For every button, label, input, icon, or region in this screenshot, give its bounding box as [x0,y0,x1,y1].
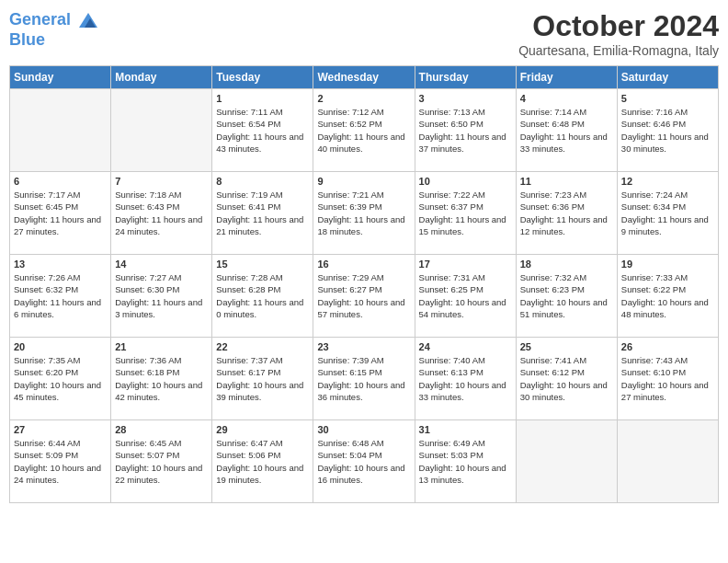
title-area: October 2024 Quartesana, Emilia-Romagna,… [518,9,719,58]
calendar-week-3: 13Sunrise: 7:26 AM Sunset: 6:32 PM Dayli… [10,255,719,338]
calendar-cell: 14Sunrise: 7:27 AM Sunset: 6:30 PM Dayli… [111,255,212,338]
calendar-header-tuesday: Tuesday [212,66,313,89]
day-info: Sunrise: 7:23 AM Sunset: 6:36 PM Dayligh… [520,189,613,237]
day-info: Sunrise: 7:33 AM Sunset: 6:22 PM Dayligh… [621,271,714,320]
calendar-cell: 17Sunrise: 7:31 AM Sunset: 6:25 PM Dayli… [415,255,516,338]
day-info: Sunrise: 7:31 AM Sunset: 6:25 PM Dayligh… [419,271,512,320]
day-number: 1 [216,93,309,104]
day-info: Sunrise: 7:36 AM Sunset: 6:18 PM Dayligh… [115,354,208,403]
calendar-cell: 15Sunrise: 7:28 AM Sunset: 6:28 PM Dayli… [212,255,313,338]
calendar-cell: 4Sunrise: 7:14 AM Sunset: 6:48 PM Daylig… [516,89,617,172]
calendar-cell [111,89,212,172]
calendar-cell: 3Sunrise: 7:13 AM Sunset: 6:50 PM Daylig… [415,89,516,172]
day-number: 6 [14,176,107,187]
day-info: Sunrise: 7:13 AM Sunset: 6:50 PM Dayligh… [419,106,512,155]
calendar-week-1: 1Sunrise: 7:11 AM Sunset: 6:54 PM Daylig… [10,89,719,172]
calendar-cell: 20Sunrise: 7:35 AM Sunset: 6:20 PM Dayli… [10,338,111,420]
calendar-table: SundayMondayTuesdayWednesdayThursdayFrid… [9,65,719,503]
day-number: 9 [317,176,410,187]
calendar-header-friday: Friday [516,66,617,89]
day-number: 30 [317,424,410,435]
day-info: Sunrise: 7:18 AM Sunset: 6:43 PM Dayligh… [115,189,208,237]
calendar-cell: 18Sunrise: 7:32 AM Sunset: 6:23 PM Dayli… [516,255,617,338]
calendar-header-saturday: Saturday [617,66,718,89]
calendar-cell: 5Sunrise: 7:16 AM Sunset: 6:46 PM Daylig… [617,89,718,172]
calendar-week-2: 6Sunrise: 7:17 AM Sunset: 6:45 PM Daylig… [10,172,719,255]
calendar-cell: 12Sunrise: 7:24 AM Sunset: 6:34 PM Dayli… [617,172,718,255]
logo-general: General [9,10,71,29]
day-number: 28 [115,424,208,435]
day-number: 2 [317,93,410,104]
calendar-cell: 26Sunrise: 7:43 AM Sunset: 6:10 PM Dayli… [617,338,718,420]
calendar-cell: 1Sunrise: 7:11 AM Sunset: 6:54 PM Daylig… [212,89,313,172]
calendar-cell: 28Sunrise: 6:45 AM Sunset: 5:07 PM Dayli… [111,420,212,503]
day-info: Sunrise: 7:39 AM Sunset: 6:15 PM Dayligh… [317,354,410,403]
calendar-cell: 6Sunrise: 7:17 AM Sunset: 6:45 PM Daylig… [10,172,111,255]
calendar-header-thursday: Thursday [415,66,516,89]
calendar-cell: 2Sunrise: 7:12 AM Sunset: 6:52 PM Daylig… [313,89,415,172]
day-info: Sunrise: 7:12 AM Sunset: 6:52 PM Dayligh… [317,106,410,155]
day-info: Sunrise: 7:43 AM Sunset: 6:10 PM Dayligh… [621,354,714,403]
day-info: Sunrise: 7:37 AM Sunset: 6:17 PM Dayligh… [216,354,309,403]
day-number: 12 [621,176,714,187]
calendar-cell: 7Sunrise: 7:18 AM Sunset: 6:43 PM Daylig… [111,172,212,255]
day-number: 8 [216,176,309,187]
day-info: Sunrise: 7:29 AM Sunset: 6:27 PM Dayligh… [317,271,410,320]
day-number: 13 [14,259,107,270]
day-number: 14 [115,259,208,270]
calendar-cell: 24Sunrise: 7:40 AM Sunset: 6:13 PM Dayli… [415,338,516,420]
day-number: 5 [621,93,714,104]
day-info: Sunrise: 7:41 AM Sunset: 6:12 PM Dayligh… [520,354,613,403]
day-number: 18 [520,259,613,270]
day-info: Sunrise: 6:45 AM Sunset: 5:07 PM Dayligh… [115,437,208,486]
day-info: Sunrise: 7:27 AM Sunset: 6:30 PM Dayligh… [115,271,208,320]
day-info: Sunrise: 7:17 AM Sunset: 6:45 PM Dayligh… [14,189,107,237]
calendar-cell: 10Sunrise: 7:22 AM Sunset: 6:37 PM Dayli… [415,172,516,255]
day-info: Sunrise: 7:11 AM Sunset: 6:54 PM Dayligh… [216,106,309,155]
calendar-cell: 11Sunrise: 7:23 AM Sunset: 6:36 PM Dayli… [516,172,617,255]
day-info: Sunrise: 7:22 AM Sunset: 6:37 PM Dayligh… [419,189,512,237]
calendar-header-row: SundayMondayTuesdayWednesdayThursdayFrid… [10,66,719,89]
calendar-header-monday: Monday [111,66,212,89]
day-number: 7 [115,176,208,187]
calendar-cell [516,420,617,503]
calendar-week-5: 27Sunrise: 6:44 AM Sunset: 5:09 PM Dayli… [10,420,719,503]
day-number: 24 [419,341,512,352]
calendar-cell [617,420,718,503]
day-number: 10 [419,176,512,187]
calendar-cell: 23Sunrise: 7:39 AM Sunset: 6:15 PM Dayli… [313,338,415,420]
calendar-cell: 30Sunrise: 6:48 AM Sunset: 5:04 PM Dayli… [313,420,415,503]
day-number: 29 [216,424,309,435]
day-number: 26 [621,341,714,352]
day-number: 22 [216,341,309,352]
day-info: Sunrise: 7:19 AM Sunset: 6:41 PM Dayligh… [216,189,309,237]
day-number: 31 [419,424,512,435]
calendar-header-wednesday: Wednesday [313,66,415,89]
calendar-cell: 27Sunrise: 6:44 AM Sunset: 5:09 PM Dayli… [10,420,111,503]
day-info: Sunrise: 7:28 AM Sunset: 6:28 PM Dayligh… [216,271,309,320]
day-info: Sunrise: 6:49 AM Sunset: 5:03 PM Dayligh… [419,437,512,486]
calendar-cell: 16Sunrise: 7:29 AM Sunset: 6:27 PM Dayli… [313,255,415,338]
day-number: 16 [317,259,410,270]
day-number: 23 [317,341,410,352]
day-number: 21 [115,341,208,352]
logo: General Blue [9,9,99,50]
day-info: Sunrise: 6:44 AM Sunset: 5:09 PM Dayligh… [14,437,107,486]
location: Quartesana, Emilia-Romagna, Italy [518,43,719,58]
calendar-cell: 19Sunrise: 7:33 AM Sunset: 6:22 PM Dayli… [617,255,718,338]
calendar-header-sunday: Sunday [10,66,111,89]
calendar-cell: 9Sunrise: 7:21 AM Sunset: 6:39 PM Daylig… [313,172,415,255]
day-info: Sunrise: 7:32 AM Sunset: 6:23 PM Dayligh… [520,271,613,320]
calendar-cell: 25Sunrise: 7:41 AM Sunset: 6:12 PM Dayli… [516,338,617,420]
day-info: Sunrise: 7:16 AM Sunset: 6:46 PM Dayligh… [621,106,714,155]
calendar-cell: 31Sunrise: 6:49 AM Sunset: 5:03 PM Dayli… [415,420,516,503]
calendar-week-4: 20Sunrise: 7:35 AM Sunset: 6:20 PM Dayli… [10,338,719,420]
day-info: Sunrise: 6:48 AM Sunset: 5:04 PM Dayligh… [317,437,410,486]
calendar-cell: 21Sunrise: 7:36 AM Sunset: 6:18 PM Dayli… [111,338,212,420]
day-number: 20 [14,341,107,352]
day-info: Sunrise: 7:35 AM Sunset: 6:20 PM Dayligh… [14,354,107,403]
day-number: 25 [520,341,613,352]
day-info: Sunrise: 7:24 AM Sunset: 6:34 PM Dayligh… [621,189,714,237]
calendar-cell [10,89,111,172]
day-number: 3 [419,93,512,104]
